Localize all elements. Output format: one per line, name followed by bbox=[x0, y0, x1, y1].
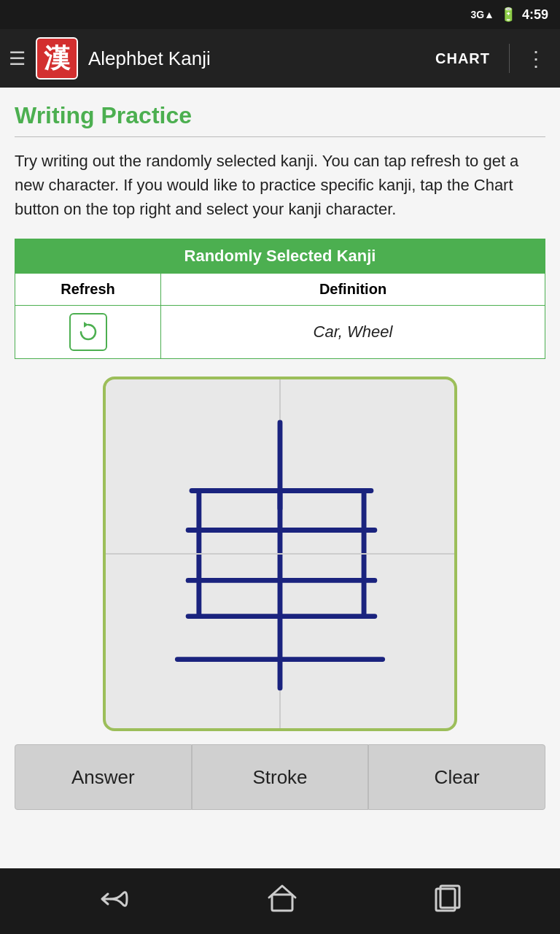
refresh-button[interactable] bbox=[69, 313, 107, 351]
title-divider bbox=[15, 136, 545, 137]
description-text: Try writing out the randomly selected ka… bbox=[15, 149, 545, 221]
app-title: Alephbet Kanji bbox=[88, 47, 416, 70]
more-options-icon[interactable]: ⋮ bbox=[520, 41, 551, 77]
battery-icon: 🔋 bbox=[500, 7, 516, 23]
stroke-button[interactable]: Stroke bbox=[192, 744, 369, 810]
definition-text: Car, Wheel bbox=[314, 323, 393, 341]
definition-cell: Car, Wheel bbox=[161, 306, 545, 359]
bottom-nav bbox=[0, 868, 560, 934]
chart-button[interactable]: CHART bbox=[427, 45, 499, 73]
drawing-canvas[interactable] bbox=[103, 377, 457, 731]
table-header: Randomly Selected Kanji bbox=[15, 239, 545, 274]
main-content: Writing Practice Try writing out the ran… bbox=[0, 88, 560, 868]
col-refresh-header: Refresh bbox=[15, 274, 161, 306]
menu-icon[interactable]: ☰ bbox=[9, 47, 26, 70]
divider bbox=[509, 44, 510, 73]
status-bar: 3G▲ 🔋 4:59 bbox=[0, 0, 560, 29]
clock: 4:59 bbox=[522, 7, 548, 23]
back-button[interactable] bbox=[96, 887, 133, 916]
refresh-cell bbox=[15, 306, 161, 359]
clear-button[interactable]: Clear bbox=[368, 744, 545, 810]
col-definition-header: Definition bbox=[161, 274, 545, 306]
app-logo: 漢 bbox=[36, 37, 78, 80]
home-button[interactable] bbox=[266, 883, 298, 920]
action-buttons: Answer Stroke Clear bbox=[15, 744, 545, 810]
app-bar: ☰ 漢 Alephbet Kanji CHART ⋮ bbox=[0, 29, 560, 88]
svg-rect-10 bbox=[272, 895, 292, 911]
page-title: Writing Practice bbox=[15, 102, 545, 129]
kanji-table: Randomly Selected Kanji Refresh Definiti… bbox=[15, 239, 545, 359]
answer-button[interactable]: Answer bbox=[15, 744, 192, 810]
network-signal: 3G▲ bbox=[470, 9, 494, 20]
recents-button[interactable] bbox=[432, 883, 464, 920]
